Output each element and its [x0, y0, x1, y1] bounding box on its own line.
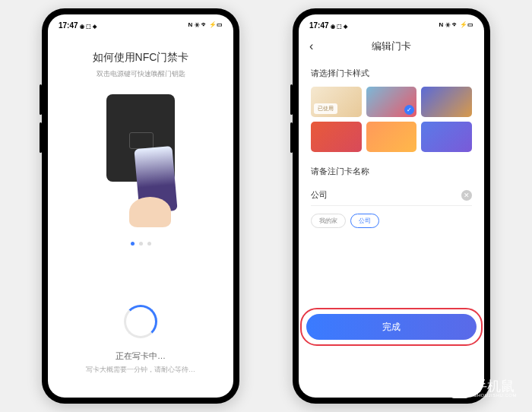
edit-card-content: 请选择门卡样式 已使用 ✓ 请备注门卡名称 公司 ✕ — [299, 60, 484, 398]
watermark-logo-icon: ⬚ — [450, 379, 470, 398]
chip-my-home[interactable]: 我的家 — [311, 214, 346, 228]
clear-icon[interactable]: ✕ — [461, 190, 472, 201]
name-input-value: 公司 — [311, 189, 328, 201]
loading-spinner-icon — [124, 305, 157, 338]
watermark: ⬚ 手机鼠 SHOUJISHU.COM — [450, 379, 517, 398]
back-icon[interactable]: ‹ — [309, 40, 313, 53]
status-time: 17:47 ◉ ⬚ ◈ — [59, 21, 97, 30]
status-icons: N ⚹ ᯤ ⚡▭ — [188, 21, 223, 29]
dot-1[interactable] — [131, 242, 135, 246]
status-bar: 17:47 ◉ ⬚ ◈ N ⚹ ᯤ ⚡▭ — [299, 17, 484, 33]
page-header: ‹ 编辑门卡 — [299, 33, 484, 60]
page-indicator — [131, 242, 151, 246]
style-section-label: 请选择门卡样式 — [311, 68, 472, 79]
used-badge: 已使用 — [314, 103, 337, 114]
status-bar: 17:47 ◉ ⬚ ◈ N ⚹ ᯤ ⚡▭ — [48, 17, 233, 33]
screen-right: 17:47 ◉ ⬚ ◈ N ⚹ ᯤ ⚡▭ ‹ 编辑门卡 请选择门卡样式 已使用 … — [299, 14, 484, 398]
status-title: 正在写卡中… — [116, 350, 166, 362]
watermark-text: 手机鼠 — [473, 379, 517, 393]
done-button[interactable]: 完成 — [306, 314, 477, 340]
watermark-subtext: SHOUJISHU.COM — [473, 393, 517, 398]
chip-company[interactable]: 公司 — [350, 214, 379, 228]
card-style-2[interactable]: ✓ — [366, 87, 417, 117]
tutorial-content: 如何使用NFC门禁卡 双击电源键可快速唤醒门钥匙 正在写卡中… — [48, 33, 233, 398]
name-section-label: 请备注门卡名称 — [311, 166, 472, 177]
card-style-1[interactable]: 已使用 — [311, 87, 362, 117]
page-title: 编辑门卡 — [372, 40, 411, 53]
card-styles-grid: 已使用 ✓ — [311, 87, 472, 152]
name-chips: 我的家 公司 — [311, 214, 472, 228]
check-icon: ✓ — [404, 105, 414, 115]
phone-left: 17:47 ◉ ⬚ ◈ N ⚹ ᯤ ⚡▭ 如何使用NFC门禁卡 双击电源键可快速… — [42, 8, 239, 404]
tutorial-title: 如何使用NFC门禁卡 — [93, 51, 189, 65]
highlight-annotation: 完成 — [300, 308, 483, 346]
screen-left: 17:47 ◉ ⬚ ◈ N ⚹ ᯤ ⚡▭ 如何使用NFC门禁卡 双击电源键可快速… — [48, 14, 233, 398]
dot-2[interactable] — [139, 242, 143, 246]
card-style-6[interactable] — [421, 122, 472, 152]
status-time: 17:47 ◉ ⬚ ◈ — [309, 21, 347, 30]
name-input-row[interactable]: 公司 ✕ — [311, 185, 472, 206]
card-style-3[interactable] — [421, 87, 472, 117]
status-icons: N ⚹ ᯤ ⚡▭ — [439, 21, 473, 29]
nfc-illustration — [91, 94, 190, 223]
card-style-5[interactable] — [366, 122, 417, 152]
writing-status-panel: 正在写卡中… 写卡大概需要一分钟，请耐心等待… — [86, 287, 195, 398]
hand-phone-graphic — [129, 147, 182, 223]
tutorial-subtitle: 双击电源键可快速唤醒门钥匙 — [97, 69, 185, 79]
card-style-4[interactable] — [311, 122, 362, 152]
dot-3[interactable] — [147, 242, 151, 246]
phone-right: 17:47 ◉ ⬚ ◈ N ⚹ ᯤ ⚡▭ ‹ 编辑门卡 请选择门卡样式 已使用 … — [293, 8, 490, 404]
status-subtitle: 写卡大概需要一分钟，请耐心等待… — [86, 365, 195, 375]
